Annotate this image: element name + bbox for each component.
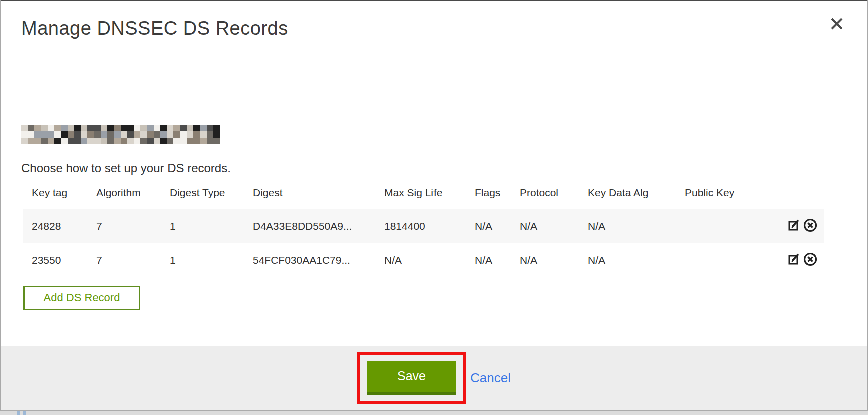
close-button[interactable] [829,16,844,32]
cell-public-key [676,244,771,278]
table-row: 24828 7 1 D4A33E8DD550A9... 1814400 N/A … [23,209,824,244]
close-icon [829,16,844,32]
cell-flags: N/A [466,244,511,278]
delete-icon [803,218,818,233]
column-header-digest-type: Digest Type [161,186,244,209]
edit-record-button[interactable] [788,218,802,232]
modal-content: Manage DNSSEC DS Records Choose how to s… [1,2,867,346]
column-header-public-key: Public Key [676,186,771,209]
cancel-link[interactable]: Cancel [470,370,511,386]
page-title: Manage DNSSEC DS Records [21,18,847,40]
column-header-digest: Digest [244,186,376,209]
cell-protocol: N/A [511,209,579,244]
background-page-edge [0,411,868,415]
cell-algorithm: 7 [88,244,161,278]
delete-record-button[interactable] [803,252,818,267]
cell-digest-type: 1 [161,209,244,244]
edit-icon [788,218,802,232]
cell-public-key [676,209,771,244]
table-header-row: Key tag Algorithm Digest Type Digest Max… [23,186,824,209]
cell-key-tag: 24828 [23,209,88,244]
column-header-algorithm: Algorithm [88,186,161,209]
column-header-protocol: Protocol [511,186,579,209]
edit-icon [788,252,802,266]
edit-record-button[interactable] [788,252,802,266]
cell-key-data-alg: N/A [579,244,676,278]
column-header-key-tag: Key tag [23,186,88,209]
cell-key-data-alg: N/A [579,209,676,244]
delete-record-button[interactable] [803,218,818,233]
manage-dnssec-modal: Manage DNSSEC DS Records Choose how to s… [0,0,868,411]
annotation-highlight-save: Save [357,352,466,404]
background-page-fragment [17,411,28,415]
delete-icon [803,252,818,267]
column-header-key-data-alg: Key Data Alg [579,186,676,209]
cell-max-sig-life: N/A [376,244,466,278]
cell-protocol: N/A [511,244,579,278]
instruction-text: Choose how to set up your DS records. [21,161,847,176]
cell-flags: N/A [466,209,511,244]
cell-max-sig-life: 1814400 [376,209,466,244]
save-button[interactable]: Save [367,361,456,396]
cell-digest: 54FCF030AA1C79... [244,244,376,278]
column-header-actions [771,186,824,209]
cell-key-tag: 23550 [23,244,88,278]
column-header-flags: Flags [466,186,511,209]
table-row: 23550 7 1 54FCF030AA1C79... N/A N/A N/A … [23,244,824,278]
modal-footer: Save Cancel [1,346,867,410]
cell-algorithm: 7 [88,209,161,244]
cell-digest: D4A33E8DD550A9... [244,209,376,244]
redacted-domain-name [21,125,220,144]
add-ds-record-button[interactable]: Add DS Record [23,286,140,310]
column-header-max-sig-life: Max Sig Life [376,186,466,209]
cell-digest-type: 1 [161,244,244,278]
ds-records-table: Key tag Algorithm Digest Type Digest Max… [23,186,824,278]
